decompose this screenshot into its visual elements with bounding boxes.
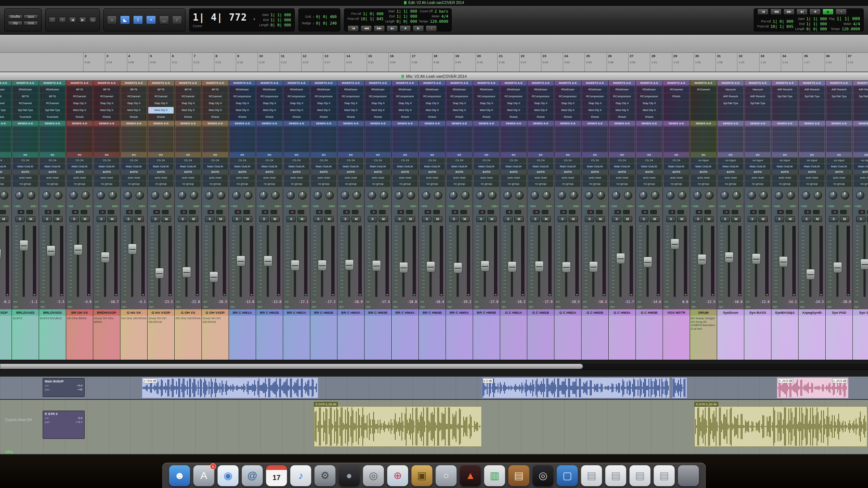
output-selector[interactable]: Main OutLIK	[284, 164, 309, 170]
send-slot[interactable]	[13, 147, 38, 152]
itunes-icon[interactable]: ♪	[290, 465, 311, 486]
output-selector[interactable]: Main OutLIK	[664, 164, 689, 170]
pan-knob[interactable]	[395, 191, 403, 200]
pan-knob[interactable]	[558, 191, 566, 200]
insert-slot[interactable]: Vacuum	[718, 86, 743, 93]
group-selector[interactable]: no group	[854, 181, 868, 187]
insert-slot[interactable]: RVerb	[582, 114, 608, 120]
send-slot[interactable]	[447, 147, 472, 152]
send-slot[interactable]	[121, 147, 146, 152]
mute-button[interactable]: M	[243, 216, 252, 222]
output-selector[interactable]: Main OutLIK	[338, 164, 363, 170]
field-value[interactable]: 120.0000	[430, 19, 448, 23]
send-slot[interactable]	[501, 142, 526, 147]
mute-button[interactable]: M	[0, 216, 8, 222]
send-slot[interactable]	[148, 137, 174, 142]
finder-icon[interactable]: ☻	[169, 465, 190, 486]
track-comments[interactable]	[717, 316, 744, 360]
mute-button[interactable]: M	[460, 216, 469, 222]
track-name[interactable]: BRLDVXDP	[0, 309, 12, 316]
insert-slot[interactable]: Med Dly II	[67, 107, 92, 114]
automation-mode-selector[interactable]: auto read	[257, 175, 282, 181]
volume-fader[interactable]	[589, 261, 598, 272]
send-slot[interactable]	[175, 147, 201, 152]
mute-button[interactable]: M	[162, 216, 171, 222]
input-selector[interactable]: no input	[772, 158, 797, 163]
insert-slot[interactable]: RDeEsser	[609, 86, 635, 93]
pan-knob[interactable]	[666, 191, 675, 200]
insert-slot[interactable]: Slap Dly II	[501, 100, 526, 107]
send-slot[interactable]	[799, 127, 825, 132]
send-slot[interactable]	[257, 137, 282, 142]
solo-button[interactable]: S	[720, 216, 730, 222]
send-slot[interactable]	[528, 142, 553, 147]
group-selector[interactable]: no group	[745, 181, 770, 187]
record-enable-button[interactable]	[560, 210, 567, 214]
insert-slot[interactable]: RDeEsser	[474, 86, 499, 93]
insert-slot[interactable]: Slap Dly II	[474, 100, 499, 107]
pan-knob[interactable]	[856, 191, 864, 200]
pan-knob[interactable]	[190, 191, 198, 200]
send-slot[interactable]	[365, 142, 391, 147]
insert-slot[interactable]	[664, 100, 689, 107]
mute-button[interactable]: M	[297, 216, 307, 222]
send-slot[interactable]	[799, 147, 825, 152]
mute-button[interactable]: M	[786, 216, 795, 222]
send-slot[interactable]	[175, 137, 201, 142]
pan-knob[interactable]	[244, 191, 252, 200]
send-slot[interactable]	[609, 132, 635, 137]
field-value[interactable]: 1| 1| 000	[271, 13, 291, 17]
send-slot[interactable]	[392, 142, 418, 147]
field-value[interactable]: 1| 0| 000	[773, 19, 793, 23]
send-slot[interactable]	[257, 142, 282, 147]
input-selector[interactable]: Ch 24	[582, 158, 608, 163]
rewind-button[interactable]: ◀◀	[770, 9, 782, 15]
track-comments[interactable]: SCATS	[12, 316, 39, 360]
send-slot[interactable]	[691, 137, 716, 142]
field-value[interactable]: 4/4	[853, 22, 860, 26]
pan-knob[interactable]	[54, 191, 63, 200]
input-selector[interactable]: Ch 24	[420, 158, 445, 163]
pan-knob[interactable]	[612, 191, 620, 200]
trash-icon[interactable]	[678, 465, 699, 486]
send-slot[interactable]	[311, 127, 336, 132]
insert-slot[interactable]: RDeEsser	[392, 86, 418, 93]
send-slot[interactable]	[582, 137, 608, 142]
volume-fader[interactable]	[372, 260, 381, 271]
track-name[interactable]: BRLDVXd3	[12, 309, 39, 316]
group-selector[interactable]: no group	[420, 181, 445, 187]
send-slot[interactable]	[121, 132, 146, 137]
field-value[interactable]: 1| 1| 000	[396, 9, 417, 13]
input-monitor-button[interactable]	[81, 210, 87, 214]
pan-knob[interactable]	[42, 191, 51, 200]
solo-button[interactable]: S	[422, 216, 431, 222]
automation-mode-selector[interactable]: auto read	[311, 175, 336, 181]
input-selector[interactable]: Ch 24	[555, 158, 580, 163]
send-slot[interactable]	[501, 137, 526, 142]
automation-mode-selector[interactable]: auto read	[420, 175, 445, 181]
send-slot[interactable]	[826, 147, 852, 152]
record-enable-button[interactable]	[262, 210, 268, 214]
send-slot[interactable]	[718, 142, 743, 147]
insert-slot[interactable]: RDeEsser	[637, 86, 662, 93]
output-selector[interactable]: Main OutLIK	[826, 164, 852, 170]
pan-knob[interactable]	[259, 191, 268, 200]
track-comments[interactable]: Ghost OH OHs BRAD	[93, 316, 120, 360]
play-button[interactable]: ▶	[822, 9, 834, 15]
solo-button[interactable]: S	[748, 216, 757, 222]
input-selector[interactable]: Ch 24	[175, 158, 201, 163]
insert-slot[interactable]: RDeEsser	[284, 86, 309, 93]
track-name[interactable]: Syn BASS	[744, 309, 771, 316]
input-monitor-button[interactable]	[677, 210, 684, 214]
insert-slot[interactable]: Vacuum	[745, 86, 770, 93]
output-selector[interactable]: Main OutLIK	[148, 164, 174, 170]
automation-mode-selector[interactable]: auto read	[203, 175, 228, 181]
mute-button[interactable]: M	[623, 216, 632, 222]
track-name[interactable]: BR C HM3B	[365, 309, 391, 316]
insert-slot[interactable]: Med Dly II	[365, 107, 391, 114]
document-2-icon[interactable]: ▤	[605, 465, 626, 486]
send-slot[interactable]	[392, 132, 418, 137]
send-slot[interactable]	[447, 127, 472, 132]
output-selector[interactable]: Main OutLIK	[501, 164, 526, 170]
mute-button[interactable]: M	[541, 216, 551, 222]
